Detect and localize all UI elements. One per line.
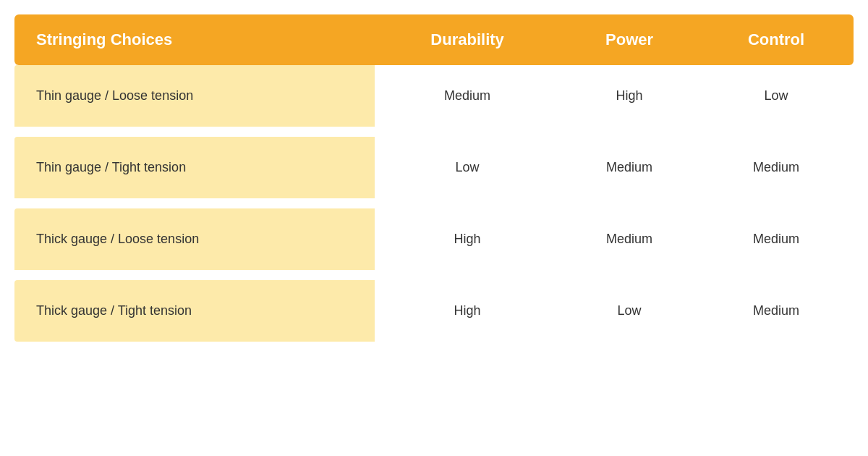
- spacer-row: [14, 274, 854, 280]
- row-durability: High: [375, 280, 560, 342]
- row-durability: Medium: [375, 65, 560, 131]
- row-power: High: [560, 65, 699, 131]
- row-label: Thick gauge / Loose tension: [14, 208, 375, 274]
- row-power: Low: [560, 280, 699, 342]
- stringing-choices-table: Stringing Choices Durability Power Contr…: [14, 14, 854, 342]
- table-row: Thin gauge / Tight tensionLowMediumMediu…: [14, 137, 854, 203]
- spacer-row: [14, 203, 854, 208]
- table-row: Thin gauge / Loose tensionMediumHighLow: [14, 65, 854, 131]
- row-control: Medium: [699, 280, 854, 342]
- row-label: Thick gauge / Tight tension: [14, 280, 375, 342]
- row-control: Medium: [699, 208, 854, 274]
- col-header-control: Control: [699, 14, 854, 65]
- row-control: Low: [699, 65, 854, 131]
- col-header-stringing: Stringing Choices: [14, 14, 375, 65]
- row-power: Medium: [560, 208, 699, 274]
- col-header-durability: Durability: [375, 14, 560, 65]
- row-label: Thin gauge / Loose tension: [14, 65, 375, 131]
- col-header-power: Power: [560, 14, 699, 65]
- table-row: Thick gauge / Tight tensionHighLowMedium: [14, 280, 854, 342]
- table-container: Stringing Choices Durability Power Contr…: [14, 14, 854, 342]
- row-durability: Low: [375, 137, 560, 203]
- row-label: Thin gauge / Tight tension: [14, 137, 375, 203]
- table-header-row: Stringing Choices Durability Power Contr…: [14, 14, 854, 65]
- row-durability: High: [375, 208, 560, 274]
- row-control: Medium: [699, 137, 854, 203]
- table-row: Thick gauge / Loose tensionHighMediumMed…: [14, 208, 854, 274]
- spacer-row: [14, 131, 854, 137]
- row-power: Medium: [560, 137, 699, 203]
